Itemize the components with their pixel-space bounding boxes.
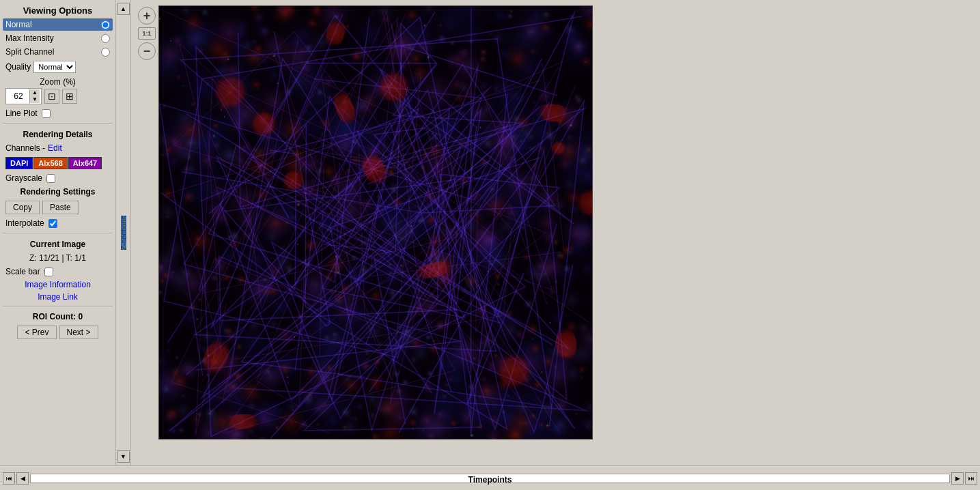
zoom-spinner: ▲ ▼ [29, 89, 40, 103]
image-container [131, 0, 980, 445]
zt-info: Z: 11/21 | T: 1/1 [3, 252, 113, 264]
rendering-details-title: Rendering Details [3, 127, 113, 141]
quality-label: Quality [5, 62, 31, 72]
rendering-settings-title: Rendering Settings [3, 186, 113, 198]
zoom-out-btn[interactable]: − [138, 42, 156, 60]
image-link[interactable]: Image Link [3, 291, 113, 302]
scale-bar-label: Scale bar [5, 267, 40, 276]
timepoints-start-btn[interactable]: ⏮ [3, 472, 15, 485]
zoom-input-wrap: ▲ ▼ [5, 88, 42, 104]
zoom-input[interactable] [8, 91, 29, 101]
full-image-area: + 1:1 − [131, 0, 980, 465]
microscope-canvas [158, 5, 593, 439]
next-button[interactable]: Next > [59, 326, 98, 339]
timepoints-end-btn[interactable]: ⏭ [965, 472, 977, 485]
grayscale-checkbox[interactable] [46, 174, 55, 183]
channel-alx647-btn[interactable]: Alx647 [68, 157, 102, 169]
viewer-wrapper: ▲ Z-sections ▼ + 1:1 − [116, 0, 980, 465]
zoom-up-btn[interactable]: ▲ [30, 89, 40, 96]
channel-alx568-btn[interactable]: Alx568 [33, 157, 67, 169]
zoom-down-btn[interactable]: ▼ [30, 96, 40, 103]
timepoints-scrollbar[interactable] [30, 474, 950, 483]
copy-paste-row: Copy Paste [3, 199, 113, 216]
channels-label: Channels - [5, 143, 45, 153]
max-intensity-radio[interactable] [101, 34, 110, 43]
timepoints-prev-btn[interactable]: ◀ [16, 472, 29, 485]
quality-row: Quality Normal High Low [3, 59, 113, 74]
zoom-fit-btn[interactable]: ⊡ [44, 89, 59, 104]
panel-title: Viewing Options [3, 3, 113, 17]
split-channel-radio[interactable] [101, 48, 110, 57]
zoom-section: Zoom (%) ▲ ▼ ⊡ ⊞ [3, 76, 113, 106]
scale-bar-checkbox[interactable] [44, 268, 53, 276]
z-sections-sidebar: ▲ Z-sections ▼ [116, 0, 131, 465]
zoom-label: Zoom (%) [5, 77, 110, 87]
left-panel: Viewing Options Normal Max Intensity Spl… [0, 0, 116, 465]
zoom-toolbar: + 1:1 − [138, 7, 156, 60]
interpolate-label: Interpolate [5, 218, 44, 228]
z-scroll-down-btn[interactable]: ▼ [117, 450, 130, 463]
interpolate-row: Interpolate [3, 217, 113, 229]
scale-bar-row: Scale bar [3, 265, 113, 278]
prev-button[interactable]: < Prev [17, 326, 56, 339]
copy-button[interactable]: Copy [5, 201, 40, 214]
channel-dapi-btn[interactable]: DAPI [5, 157, 33, 169]
current-image-title: Current Image [3, 237, 113, 250]
normal-radio[interactable] [101, 20, 110, 29]
grayscale-label: Grayscale [5, 173, 42, 183]
view-mode-normal[interactable]: Normal [3, 18, 113, 31]
line-plot-checkbox[interactable] [42, 109, 51, 118]
paste-button[interactable]: Paste [42, 201, 79, 214]
view-mode-split-channel[interactable]: Split Channel [3, 46, 113, 58]
channels-edit-link[interactable]: Edit [48, 143, 62, 153]
max-intensity-label: Max Intensity [5, 33, 54, 43]
image-information-link[interactable]: Image Information [3, 279, 113, 290]
line-plot-label: Line Plot [5, 109, 38, 118]
split-channel-label: Split Channel [5, 47, 54, 57]
line-plot-row: Line Plot [3, 107, 113, 119]
zoom-ratio-btn[interactable]: 1:1 [138, 27, 156, 40]
grayscale-row: Grayscale [3, 172, 113, 184]
roi-count: ROI Count: 0 [3, 310, 113, 323]
prev-next-row: < Prev Next > [3, 324, 113, 341]
interpolate-checkbox[interactable] [48, 219, 57, 228]
bottom-bar: ⏮ ◀ ▶ ⏭ Timepoints [0, 465, 980, 490]
channel-buttons: DAPI Alx568 Alx647 [3, 156, 113, 171]
zoom-in-btn[interactable]: + [138, 7, 156, 25]
normal-label: Normal [5, 20, 32, 29]
view-mode-max-intensity[interactable]: Max Intensity [3, 32, 113, 44]
z-scroll-up-btn[interactable]: ▲ [117, 3, 130, 15]
z-sections-label: Z-sections [120, 216, 128, 250]
channels-row: Channels - Edit [3, 142, 113, 154]
zoom-actual-btn[interactable]: ⊞ [62, 89, 77, 104]
timepoints-next-btn[interactable]: ▶ [951, 472, 964, 485]
quality-select[interactable]: Normal High Low [33, 61, 76, 73]
